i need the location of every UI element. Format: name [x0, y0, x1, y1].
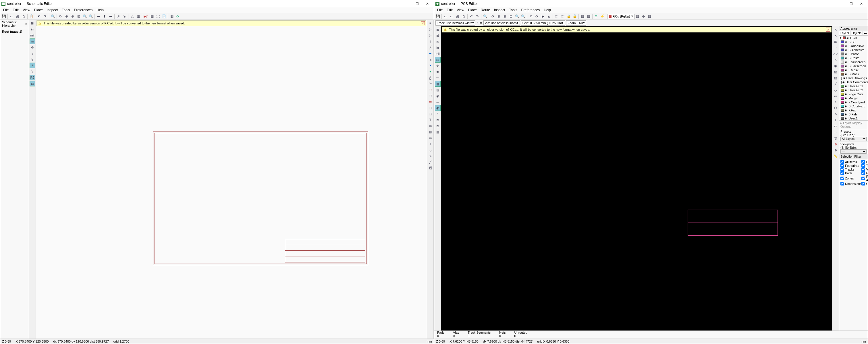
menu-file[interactable]: File	[1, 7, 10, 12]
add-bezier-icon[interactable]: ∿	[427, 153, 433, 159]
menu-help[interactable]: Help	[95, 7, 105, 12]
add-hier-label-icon[interactable]: ⬚	[427, 93, 433, 98]
add-zone-icon[interactable]: ▨	[833, 69, 838, 75]
maximize-button[interactable]: ☐	[846, 1, 856, 7]
schematic-canvas[interactable]: ⚠ This file was created by an older vers…	[36, 20, 427, 339]
drc-icon[interactable]: ⚡	[599, 13, 605, 19]
undo-icon[interactable]: ↶	[36, 13, 42, 19]
status-unit[interactable]: mm	[861, 340, 866, 343]
set-origin-icon[interactable]: ⊕	[833, 141, 838, 147]
zoom-redraw-icon[interactable]: ⟳	[490, 13, 496, 19]
add-symbol-icon[interactable]: ▷	[427, 32, 433, 38]
add-textbox-icon[interactable]: ▭	[427, 123, 433, 129]
layer-display-options[interactable]: ▸ Layer Display Options	[839, 120, 868, 129]
layer-visibility-icon[interactable]: ◉	[842, 81, 845, 84]
layer-visibility-icon[interactable]: ◉	[845, 44, 847, 48]
outline-pad-icon[interactable]: ▧	[435, 87, 441, 93]
add-sheet-icon[interactable]: ▭	[427, 99, 433, 104]
rotate-ccw-icon[interactable]: ⟲	[528, 13, 534, 19]
line-mode3-icon[interactable]: ╲	[30, 69, 35, 74]
filter-checkbox[interactable]: All items	[840, 160, 861, 164]
layer-dropdown[interactable]: F.Cu (PgUp) ▾	[607, 14, 634, 19]
set-grid-origin-icon[interactable]: ⊕	[833, 147, 838, 153]
draw-poly-icon[interactable]: ⬠	[833, 105, 838, 111]
checkbox[interactable]	[861, 177, 865, 180]
layer-visibility-icon[interactable]: ◉	[845, 93, 847, 96]
layer-visibility-icon[interactable]: ◉	[845, 57, 847, 59]
checkbox[interactable]	[861, 182, 865, 186]
presets-dropdown[interactable]: All Layers	[840, 137, 867, 141]
layer-row[interactable]: ◉F.Adhesive	[839, 44, 868, 48]
zoom-obj-icon[interactable]: 🔍	[82, 13, 88, 19]
checkbox[interactable]	[840, 177, 844, 180]
hierarchy-root-node[interactable]: Root (page 1)	[2, 29, 27, 34]
hierarchy-leave-icon[interactable]: ↘	[122, 13, 127, 19]
tune-length-icon[interactable]: ∿	[833, 57, 838, 63]
draw-line-icon[interactable]: ╱	[833, 81, 838, 87]
filter-checkbox[interactable]: Footprints	[840, 164, 861, 167]
erc-triangle-icon[interactable]: △	[129, 13, 135, 19]
bom-icon[interactable]: 📄	[161, 13, 167, 19]
zoom-out-icon[interactable]: ⊖	[70, 13, 75, 19]
layer-row[interactable]: ◉F.Fab	[839, 108, 868, 112]
add-textbox-icon[interactable]: ▭	[833, 123, 838, 129]
maximize-button[interactable]: ☐	[412, 1, 422, 7]
filter-checkbox[interactable]: Locked	[861, 160, 868, 164]
footprint-assign-icon[interactable]: ⛶	[155, 13, 161, 19]
menu-route[interactable]: Route	[479, 7, 492, 12]
unit-mm-icon[interactable]: ㎜	[30, 38, 35, 44]
layer-row[interactable]: ◉F.Mask	[839, 68, 868, 72]
pcb-canvas[interactable]: ⚠ This file was created by an older vers…	[441, 26, 832, 331]
pcb-switch-icon[interactable]: ▦	[169, 13, 175, 19]
outline-via-icon[interactable]: ◉	[435, 93, 441, 99]
zoom-in-icon[interactable]: ⊕	[64, 13, 69, 19]
net-names-icon[interactable]: ᴬ	[435, 111, 441, 117]
tab-objects[interactable]: Objects	[850, 31, 863, 35]
pad-nums-icon[interactable]: ⧉	[435, 117, 441, 123]
status-unit[interactable]: mm	[427, 340, 432, 343]
filter-checkbox[interactable]: Zones	[840, 175, 861, 182]
add-rect-icon[interactable]: ▭	[427, 135, 433, 141]
layer-row[interactable]: ◉F.Courtyard	[839, 100, 868, 104]
layer-visibility-icon[interactable]: ◉	[845, 105, 847, 108]
line-mode-icon[interactable]: ↳	[30, 57, 35, 62]
track-settings-icon[interactable]: ▭	[479, 21, 482, 25]
auto-track-icon[interactable]: ↕	[476, 21, 478, 25]
menu-place[interactable]: Place	[32, 7, 44, 12]
plot-icon[interactable]: ⎙	[21, 13, 26, 19]
line-mode2-icon[interactable]: └	[30, 63, 35, 68]
layer-row[interactable]: ◉F.Silkscreen	[839, 60, 868, 64]
layer-visibility-icon[interactable]: ◉	[845, 73, 847, 75]
outline-track-icon[interactable]: ═	[435, 99, 441, 105]
zoom-sel-icon[interactable]: 🔍	[88, 13, 94, 19]
nav-back-icon[interactable]: ⬅	[96, 13, 101, 19]
update-pcb-icon[interactable]: ⟳	[175, 13, 181, 19]
menu-edit[interactable]: Edit	[11, 7, 21, 12]
find-icon[interactable]: 🔍	[482, 13, 488, 19]
show-grid-icon[interactable]: ⊞	[435, 27, 441, 32]
layer-visibility-icon[interactable]: ◉	[845, 101, 847, 104]
cursor-shape-icon[interactable]: ✛	[435, 63, 441, 69]
draw-rect-icon[interactable]: ▭	[833, 93, 838, 99]
layer-visibility-icon[interactable]: ◉	[845, 85, 847, 88]
checkbox[interactable]	[840, 160, 844, 164]
layer-row[interactable]: ◉B.Adhesive	[839, 48, 868, 52]
add-text-icon[interactable]: T	[427, 117, 433, 123]
menu-tools[interactable]: Tools	[60, 7, 72, 12]
zoom-fit-icon[interactable]: ⊡	[76, 13, 82, 19]
unit-mm-icon[interactable]: ㎜	[435, 57, 441, 63]
ratsnest-icon[interactable]: ✱	[435, 69, 441, 75]
tab-more[interactable]: ◂▸	[863, 31, 868, 35]
minimize-button[interactable]: —	[836, 1, 846, 7]
minimize-button[interactable]: —	[402, 1, 412, 7]
layers-mgr-icon[interactable]: ▤	[435, 129, 441, 135]
zoom-obj-icon[interactable]: 🔍	[514, 13, 520, 19]
layer-visibility-icon[interactable]: ◉	[845, 89, 847, 92]
add-label-icon[interactable]: A̲	[427, 75, 433, 81]
measure-icon[interactable]: 📏	[833, 153, 838, 159]
add-footprint-icon[interactable]: ▦	[833, 39, 838, 44]
add-text-icon[interactable]: T	[833, 117, 838, 123]
group-icon[interactable]: ⬚	[554, 13, 560, 19]
find-icon[interactable]: 🔍	[50, 13, 56, 19]
zoom-dropdown[interactable]: Zoom 0.60▾	[566, 21, 586, 26]
